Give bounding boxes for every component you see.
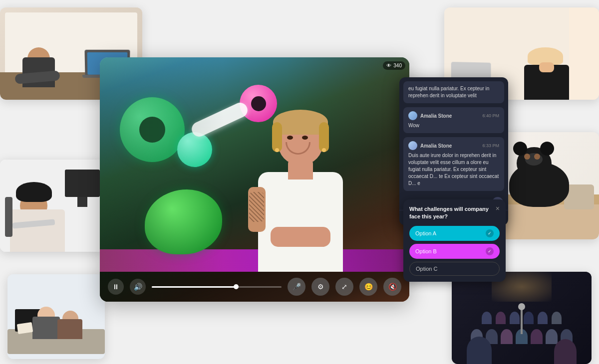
- poll-header: What challenges will company face this y…: [409, 205, 500, 221]
- thumbnail-mid-right: [499, 132, 599, 239]
- video-controls-bar: ⏸ 🔊 🎤 ⚙ ⤢ 😊 🔇: [100, 272, 409, 302]
- expand-icon: ⤢: [341, 283, 347, 291]
- poll-option-a-label: Option A: [415, 230, 436, 236]
- volume-icon: 🔊: [134, 283, 142, 291]
- msg-3-header: Amalia Stone 6:33 PM: [408, 141, 499, 150]
- poll-option-b-label: Option B: [415, 248, 437, 254]
- mute-button[interactable]: 🎤: [288, 278, 305, 296]
- msg-3-time: 6:33 PM: [482, 143, 499, 148]
- settings-button[interactable]: ⚙: [311, 278, 329, 296]
- mute-icon: 🎤: [293, 283, 301, 291]
- poll-option-a[interactable]: Option A ✓: [409, 226, 500, 241]
- poll-close-button[interactable]: ×: [496, 204, 500, 212]
- chat-message-3: Amalia Stone 6:33 PM Duis aute irure dol…: [403, 137, 504, 191]
- view-count-badge: 👁 340: [383, 61, 405, 70]
- chat-message-1: eu fugiat nulla pariatur. Ex cepteur in …: [403, 81, 504, 103]
- msg-2-text: Wow: [408, 122, 499, 129]
- poll-option-c-label: Option C: [416, 266, 437, 272]
- chat-message-2: Amalia Stone 6:40 PM Wow: [403, 107, 504, 133]
- eye-icon: 👁: [386, 63, 391, 68]
- msg-3-text: Duis aute irure dolor in reprehen derit …: [408, 152, 499, 187]
- msg-2-avatar: [408, 111, 417, 120]
- msg-2-author: Amalia Stone: [420, 113, 452, 119]
- volume-button[interactable]: 🔊: [130, 279, 146, 295]
- nosound-icon: 🔇: [388, 283, 397, 291]
- thumbnail-bot-left: [7, 274, 105, 359]
- settings-icon: ⚙: [317, 283, 324, 291]
- progress-fill: [152, 286, 236, 288]
- expand-button[interactable]: ⤢: [335, 278, 353, 296]
- poll-option-b-check: ✓: [486, 247, 494, 255]
- thumbnail-bot-right: [452, 272, 592, 364]
- emoji-button[interactable]: 😊: [359, 278, 377, 296]
- pause-icon: ⏸: [112, 283, 119, 291]
- msg-2-header: Amalia Stone 6:40 PM: [408, 111, 499, 120]
- msg-1-text: eu fugiat nulla pariatur. Ex cepteur in …: [408, 85, 499, 99]
- emoji-icon: 😊: [364, 283, 373, 291]
- poll-options-list: Option A ✓ Option B ✓ Option C: [409, 226, 500, 276]
- poll-option-c[interactable]: Option C: [409, 262, 500, 276]
- msg-3-author: Amalia Stone: [420, 143, 452, 149]
- msg-3-avatar: [408, 141, 417, 150]
- progress-dot: [234, 284, 239, 289]
- nosound-button[interactable]: 🔇: [383, 278, 401, 296]
- view-count: 340: [393, 63, 402, 68]
- msg-2-time: 6:40 PM: [482, 113, 499, 118]
- poll-widget: What challenges will company face this y…: [403, 199, 506, 282]
- chat-messages-list: eu fugiat nulla pariatur. Ex cepteur in …: [399, 77, 508, 195]
- poll-option-b[interactable]: Option B ✓: [409, 244, 500, 259]
- poll-option-a-check: ✓: [486, 229, 494, 237]
- main-video-player: 👁 340 ⏸ 🔊 🎤 ⚙ ⤢ 😊: [100, 57, 409, 302]
- progress-bar[interactable]: [152, 286, 282, 288]
- thumbnail-mid-left: [0, 160, 105, 252]
- pause-button[interactable]: ⏸: [108, 279, 124, 295]
- poll-question: What challenges will company face this y…: [409, 205, 492, 221]
